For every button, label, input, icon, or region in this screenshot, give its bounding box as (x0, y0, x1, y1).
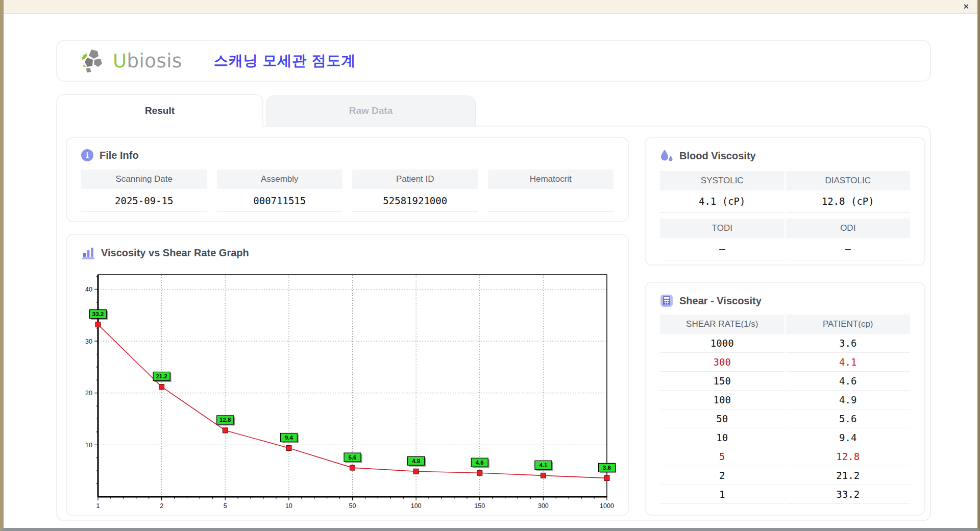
info-icon: i (81, 149, 93, 161)
shear-viscosity-card: Shear - Viscosity SHEAR RATE(1/s) PATIEN… (645, 282, 925, 516)
blood-value-row: –– (660, 238, 910, 260)
patient-viscosity-cell: 5.6 (786, 409, 911, 428)
shear-rate-cell: 5 (660, 447, 785, 466)
bar-chart-icon (81, 246, 95, 260)
table-row-shear-1: 133.2 (660, 485, 910, 504)
patient-viscosity-cell: 4.6 (786, 372, 911, 391)
file-info-title: File Info (100, 150, 139, 161)
bv-value-odi: – (786, 238, 911, 260)
table-row-shear-1000: 10003.6 (660, 334, 910, 353)
shear-rate-column-header: SHEAR RATE(1/s) (660, 315, 785, 334)
blood-value-row: 4.1 (cP)12.8 (cP) (660, 190, 910, 213)
svg-text:33.2: 33.2 (92, 311, 104, 317)
spacer (660, 213, 910, 219)
shear-rate-cell: 2 (660, 466, 785, 485)
table-row-shear-300: 3004.1 (660, 353, 910, 372)
tab-raw-data[interactable]: Raw Data (266, 95, 476, 126)
ubiosis-logo: Ubiosis (80, 47, 182, 74)
shear-table-header-row: SHEAR RATE(1/s) PATIENT(cp) (660, 315, 910, 334)
shear-rate-cell: 1000 (660, 334, 785, 353)
svg-text:20: 20 (85, 390, 92, 397)
field-value: 2025-09-15 (81, 190, 207, 212)
svg-text:30: 30 (85, 338, 92, 345)
patient-viscosity-cell: 3.6 (786, 334, 911, 353)
shear-rate-cell: 1 (660, 485, 785, 504)
table-row-shear-50: 505.6 (660, 409, 910, 428)
svg-text:300: 300 (538, 502, 549, 510)
patient-viscosity-cell: 4.1 (786, 353, 911, 372)
shear-viscosity-title: Shear - Viscosity (679, 295, 762, 307)
svg-text:1: 1 (96, 502, 100, 510)
field-value (488, 190, 614, 212)
table-row-shear-10: 109.4 (660, 428, 910, 447)
field-value: 52581921000 (352, 190, 478, 212)
graph-header: Viscosity vs Shear Rate Graph (81, 246, 614, 260)
shear-rate-cell: 300 (660, 353, 785, 372)
blood-label-row: SYSTOLICDIASTOLIC (660, 171, 910, 190)
file-field-assembly: Assembly000711515 (217, 170, 343, 212)
blood-viscosity-title: Blood Viscosity (679, 150, 756, 162)
svg-text:4.9: 4.9 (412, 458, 420, 464)
tab-raw-data-label: Raw Data (349, 105, 393, 116)
brand-letter-u: U (113, 50, 127, 72)
svg-text:21.2: 21.2 (156, 373, 167, 379)
field-label: Patient ID (352, 170, 478, 189)
graph-title: Viscosity vs Shear Rate Graph (101, 247, 249, 259)
svg-text:10: 10 (285, 502, 292, 510)
shear-rate-cell: 50 (660, 409, 785, 428)
shear-viscosity-table: SHEAR RATE(1/s) PATIENT(cp) 10003.63004.… (660, 315, 910, 504)
file-field-hematocrit: Hematocrit (488, 170, 614, 212)
svg-text:2: 2 (160, 502, 163, 510)
file-info-card: i File Info Scanning Date2025-09-15Assem… (66, 137, 629, 222)
brand-text: Ubiosis (113, 50, 182, 72)
shear-viscosity-header: Shear - Viscosity (660, 294, 910, 307)
blood-viscosity-card: Blood Viscosity SYSTOLICDIASTOLIC4.1 (cP… (645, 137, 925, 266)
bv-value-systolic: 4.1 (cP) (660, 190, 785, 213)
svg-text:50: 50 (349, 502, 356, 510)
bv-value-diastolic: 12.8 (cP) (786, 190, 911, 213)
field-value: 000711515 (217, 190, 343, 212)
bv-value-todi: – (660, 238, 785, 260)
svg-text:100: 100 (411, 502, 422, 510)
bv-label-odi: ODI (786, 219, 911, 238)
shear-rate-cell: 10 (660, 428, 785, 447)
patient-viscosity-cell: 33.2 (786, 485, 911, 504)
calculator-icon (660, 294, 673, 307)
svg-text:1000: 1000 (600, 502, 614, 510)
svg-text:150: 150 (474, 502, 485, 510)
svg-text:12.8: 12.8 (219, 417, 231, 423)
file-field-scanning-date: Scanning Date2025-09-15 (81, 170, 207, 212)
svg-text:4.1: 4.1 (539, 462, 548, 468)
app-title: 스캐닝 모세관 점도계 (214, 51, 356, 70)
svg-text:5: 5 (224, 502, 227, 510)
table-row-shear-100: 1004.9 (660, 391, 910, 409)
patient-column-header: PATIENT(cp) (786, 315, 911, 334)
viscosity-graph-card: Viscosity vs Shear Rate Graph 1020304012… (66, 234, 629, 516)
file-info-header: i File Info (81, 149, 614, 161)
bv-label-systolic: SYSTOLIC (660, 171, 785, 190)
blood-viscosity-header: Blood Viscosity (660, 149, 910, 163)
blood-viscosity-grid: SYSTOLICDIASTOLIC4.1 (cP)12.8 (cP)TODIOD… (660, 171, 910, 260)
patient-viscosity-cell: 12.8 (786, 447, 911, 466)
svg-text:4.6: 4.6 (476, 460, 484, 466)
bv-label-diastolic: DIASTOLIC (786, 171, 911, 190)
patient-viscosity-cell: 21.2 (786, 466, 911, 485)
shear-rate-cell: 150 (660, 372, 785, 391)
field-label: Assembly (217, 170, 343, 189)
logo-mark-icon (80, 47, 110, 74)
patient-viscosity-cell: 4.9 (786, 391, 911, 409)
table-row-shear-150: 1504.6 (660, 372, 910, 391)
table-row-shear-2: 221.2 (660, 466, 910, 485)
header-card: Ubiosis 스캐닝 모세관 점도계 (56, 40, 931, 82)
field-label: Hematocrit (488, 170, 614, 189)
tab-result[interactable]: Result (56, 94, 263, 127)
svg-text:40: 40 (85, 286, 92, 293)
shear-rate-cell: 100 (660, 391, 785, 409)
table-row-shear-5: 512.8 (660, 447, 910, 466)
window-titlebar: ✕ (4, 0, 977, 14)
close-icon[interactable]: ✕ (963, 2, 969, 11)
file-field-patient-id: Patient ID52581921000 (352, 170, 478, 212)
svg-text:3.6: 3.6 (603, 465, 611, 471)
viscosity-chart: 102030401251050100150300100033.221.212.8… (80, 269, 616, 515)
blood-label-row: TODIODI (660, 219, 910, 238)
